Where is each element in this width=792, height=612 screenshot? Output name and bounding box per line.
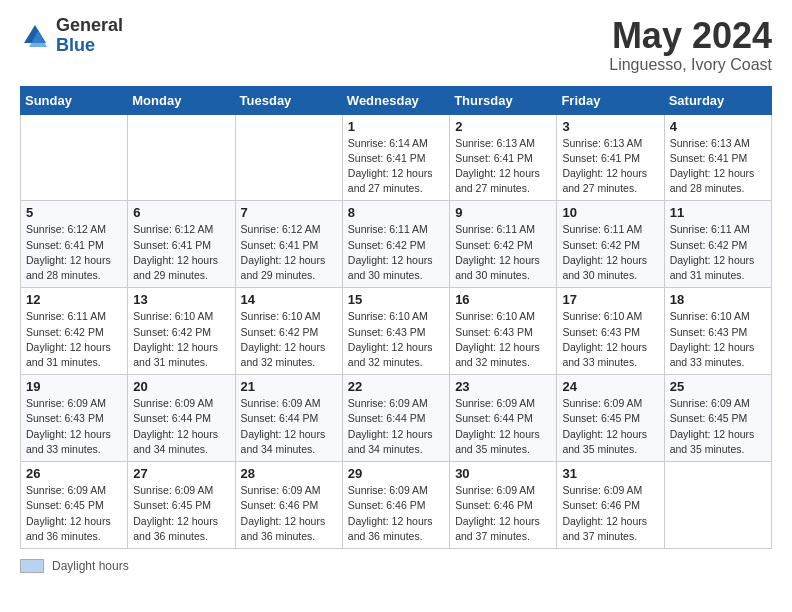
calendar-header-row: SundayMondayTuesdayWednesdayThursdayFrid… [21, 86, 772, 114]
day-number: 10 [562, 205, 658, 220]
calendar-cell: 28Sunrise: 6:09 AM Sunset: 6:46 PM Dayli… [235, 462, 342, 549]
header: General Blue May 2024 Linguesso, Ivory C… [20, 16, 772, 74]
day-info: Sunrise: 6:11 AM Sunset: 6:42 PM Dayligh… [455, 222, 551, 283]
col-header-saturday: Saturday [664, 86, 771, 114]
calendar-week-3: 12Sunrise: 6:11 AM Sunset: 6:42 PM Dayli… [21, 288, 772, 375]
calendar-cell: 3Sunrise: 6:13 AM Sunset: 6:41 PM Daylig… [557, 114, 664, 201]
day-info: Sunrise: 6:12 AM Sunset: 6:41 PM Dayligh… [26, 222, 122, 283]
day-info: Sunrise: 6:09 AM Sunset: 6:45 PM Dayligh… [562, 396, 658, 457]
day-number: 9 [455, 205, 551, 220]
day-number: 12 [26, 292, 122, 307]
day-info: Sunrise: 6:11 AM Sunset: 6:42 PM Dayligh… [562, 222, 658, 283]
logo-text: General Blue [56, 16, 123, 56]
calendar-week-1: 1Sunrise: 6:14 AM Sunset: 6:41 PM Daylig… [21, 114, 772, 201]
calendar-cell: 16Sunrise: 6:10 AM Sunset: 6:43 PM Dayli… [450, 288, 557, 375]
calendar-week-4: 19Sunrise: 6:09 AM Sunset: 6:43 PM Dayli… [21, 375, 772, 462]
calendar-cell: 22Sunrise: 6:09 AM Sunset: 6:44 PM Dayli… [342, 375, 449, 462]
day-info: Sunrise: 6:09 AM Sunset: 6:46 PM Dayligh… [455, 483, 551, 544]
logo-icon [20, 21, 50, 51]
calendar-cell: 12Sunrise: 6:11 AM Sunset: 6:42 PM Dayli… [21, 288, 128, 375]
calendar-cell: 21Sunrise: 6:09 AM Sunset: 6:44 PM Dayli… [235, 375, 342, 462]
col-header-friday: Friday [557, 86, 664, 114]
day-info: Sunrise: 6:11 AM Sunset: 6:42 PM Dayligh… [670, 222, 766, 283]
logo-general-text: General [56, 16, 123, 36]
calendar-cell: 31Sunrise: 6:09 AM Sunset: 6:46 PM Dayli… [557, 462, 664, 549]
calendar-cell: 24Sunrise: 6:09 AM Sunset: 6:45 PM Dayli… [557, 375, 664, 462]
day-number: 6 [133, 205, 229, 220]
calendar-cell: 25Sunrise: 6:09 AM Sunset: 6:45 PM Dayli… [664, 375, 771, 462]
daylight-swatch [20, 559, 44, 573]
day-info: Sunrise: 6:10 AM Sunset: 6:43 PM Dayligh… [348, 309, 444, 370]
day-number: 20 [133, 379, 229, 394]
day-info: Sunrise: 6:09 AM Sunset: 6:45 PM Dayligh… [26, 483, 122, 544]
day-info: Sunrise: 6:10 AM Sunset: 6:43 PM Dayligh… [670, 309, 766, 370]
calendar-cell: 26Sunrise: 6:09 AM Sunset: 6:45 PM Dayli… [21, 462, 128, 549]
day-number: 19 [26, 379, 122, 394]
calendar-cell: 2Sunrise: 6:13 AM Sunset: 6:41 PM Daylig… [450, 114, 557, 201]
day-number: 21 [241, 379, 337, 394]
day-info: Sunrise: 6:09 AM Sunset: 6:45 PM Dayligh… [133, 483, 229, 544]
calendar-cell: 19Sunrise: 6:09 AM Sunset: 6:43 PM Dayli… [21, 375, 128, 462]
day-info: Sunrise: 6:09 AM Sunset: 6:44 PM Dayligh… [455, 396, 551, 457]
day-info: Sunrise: 6:09 AM Sunset: 6:46 PM Dayligh… [562, 483, 658, 544]
day-info: Sunrise: 6:13 AM Sunset: 6:41 PM Dayligh… [455, 136, 551, 197]
day-info: Sunrise: 6:11 AM Sunset: 6:42 PM Dayligh… [26, 309, 122, 370]
day-number: 30 [455, 466, 551, 481]
day-info: Sunrise: 6:09 AM Sunset: 6:44 PM Dayligh… [348, 396, 444, 457]
day-info: Sunrise: 6:13 AM Sunset: 6:41 PM Dayligh… [562, 136, 658, 197]
day-info: Sunrise: 6:09 AM Sunset: 6:44 PM Dayligh… [241, 396, 337, 457]
logo: General Blue [20, 16, 123, 56]
day-info: Sunrise: 6:10 AM Sunset: 6:43 PM Dayligh… [562, 309, 658, 370]
calendar-week-5: 26Sunrise: 6:09 AM Sunset: 6:45 PM Dayli… [21, 462, 772, 549]
calendar-cell: 10Sunrise: 6:11 AM Sunset: 6:42 PM Dayli… [557, 201, 664, 288]
day-number: 29 [348, 466, 444, 481]
day-number: 23 [455, 379, 551, 394]
title-block: May 2024 Linguesso, Ivory Coast [609, 16, 772, 74]
day-number: 11 [670, 205, 766, 220]
location: Linguesso, Ivory Coast [609, 56, 772, 74]
calendar-cell: 4Sunrise: 6:13 AM Sunset: 6:41 PM Daylig… [664, 114, 771, 201]
calendar-cell: 20Sunrise: 6:09 AM Sunset: 6:44 PM Dayli… [128, 375, 235, 462]
day-info: Sunrise: 6:13 AM Sunset: 6:41 PM Dayligh… [670, 136, 766, 197]
day-number: 16 [455, 292, 551, 307]
day-number: 26 [26, 466, 122, 481]
day-number: 27 [133, 466, 229, 481]
calendar-cell: 30Sunrise: 6:09 AM Sunset: 6:46 PM Dayli… [450, 462, 557, 549]
day-number: 4 [670, 119, 766, 134]
day-number: 5 [26, 205, 122, 220]
col-header-wednesday: Wednesday [342, 86, 449, 114]
day-info: Sunrise: 6:09 AM Sunset: 6:46 PM Dayligh… [348, 483, 444, 544]
calendar-cell: 7Sunrise: 6:12 AM Sunset: 6:41 PM Daylig… [235, 201, 342, 288]
day-number: 17 [562, 292, 658, 307]
calendar-table: SundayMondayTuesdayWednesdayThursdayFrid… [20, 86, 772, 549]
day-info: Sunrise: 6:10 AM Sunset: 6:43 PM Dayligh… [455, 309, 551, 370]
day-number: 24 [562, 379, 658, 394]
logo-blue-text: Blue [56, 36, 123, 56]
day-number: 25 [670, 379, 766, 394]
day-number: 3 [562, 119, 658, 134]
page: General Blue May 2024 Linguesso, Ivory C… [0, 0, 792, 593]
calendar-cell [664, 462, 771, 549]
calendar-cell: 6Sunrise: 6:12 AM Sunset: 6:41 PM Daylig… [128, 201, 235, 288]
footer: Daylight hours [20, 559, 772, 573]
day-number: 7 [241, 205, 337, 220]
day-info: Sunrise: 6:09 AM Sunset: 6:45 PM Dayligh… [670, 396, 766, 457]
day-number: 15 [348, 292, 444, 307]
calendar-cell: 23Sunrise: 6:09 AM Sunset: 6:44 PM Dayli… [450, 375, 557, 462]
day-number: 8 [348, 205, 444, 220]
day-number: 1 [348, 119, 444, 134]
calendar-cell: 17Sunrise: 6:10 AM Sunset: 6:43 PM Dayli… [557, 288, 664, 375]
col-header-monday: Monday [128, 86, 235, 114]
calendar-cell [235, 114, 342, 201]
day-info: Sunrise: 6:09 AM Sunset: 6:44 PM Dayligh… [133, 396, 229, 457]
day-info: Sunrise: 6:09 AM Sunset: 6:43 PM Dayligh… [26, 396, 122, 457]
day-number: 22 [348, 379, 444, 394]
calendar-cell: 18Sunrise: 6:10 AM Sunset: 6:43 PM Dayli… [664, 288, 771, 375]
col-header-sunday: Sunday [21, 86, 128, 114]
day-number: 31 [562, 466, 658, 481]
calendar-cell [21, 114, 128, 201]
calendar-cell: 1Sunrise: 6:14 AM Sunset: 6:41 PM Daylig… [342, 114, 449, 201]
day-number: 2 [455, 119, 551, 134]
day-number: 14 [241, 292, 337, 307]
calendar-cell: 14Sunrise: 6:10 AM Sunset: 6:42 PM Dayli… [235, 288, 342, 375]
